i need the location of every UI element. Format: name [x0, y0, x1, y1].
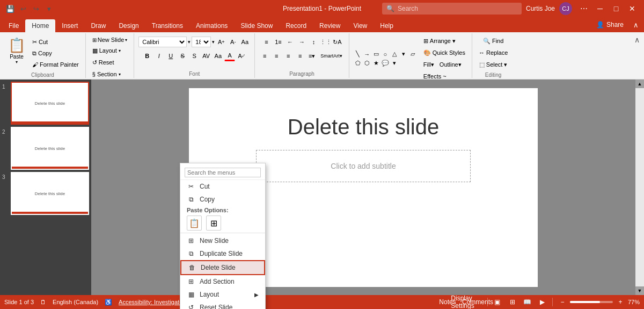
ctx-layout[interactable]: ▦ Layout ▶	[180, 288, 265, 301]
tab-review[interactable]: Review	[313, 19, 347, 32]
highlight-color-button[interactable]: A🖊	[236, 51, 247, 61]
clear-format-button[interactable]: Aa	[239, 37, 250, 47]
slide-thumb-3[interactable]: 3 Delete this slide	[2, 172, 89, 215]
arrange-button[interactable]: ⊞ Arrange▾	[421, 35, 467, 46]
strikethrough-button[interactable]: S	[177, 51, 188, 61]
bold-button[interactable]: B	[142, 51, 152, 61]
tab-home[interactable]: Home	[25, 19, 55, 32]
user-avatar[interactable]: CJ	[559, 2, 572, 15]
text-shadow-button[interactable]: S	[189, 51, 200, 61]
slide-sorter-button[interactable]: ⊞	[507, 297, 518, 307]
ctx-paste-keep-source[interactable]: 📋	[187, 215, 202, 231]
undo-button[interactable]: ↩	[17, 3, 29, 15]
zoom-in-button[interactable]: +	[615, 297, 626, 307]
align-center-button[interactable]: ≡	[271, 51, 282, 61]
char-spacing-button[interactable]: AV	[201, 51, 211, 61]
customize-button[interactable]: ▾	[43, 3, 55, 15]
shape-callout-button[interactable]: 💬	[381, 59, 390, 68]
layout-button[interactable]: ▦ Layout ▾	[90, 45, 123, 56]
shrink-font-button[interactable]: A-	[228, 37, 238, 47]
minimize-button[interactable]: ─	[592, 1, 608, 16]
align-right-button[interactable]: ≡	[283, 51, 294, 61]
ctx-cut[interactable]: ✂ Cut	[180, 180, 265, 193]
accessibility-info[interactable]: Accessibility: Investigate	[119, 299, 182, 305]
underline-button[interactable]: U	[165, 51, 176, 61]
tab-design[interactable]: Design	[112, 19, 145, 32]
paste-button[interactable]: 📋 Paste ▾	[4, 35, 29, 66]
ctx-delete-slide[interactable]: 🗑 Delete Slide	[180, 260, 265, 275]
shape-rect-button[interactable]: ▭	[372, 50, 380, 59]
context-menu-search-input[interactable]	[185, 168, 261, 177]
ctx-new-slide[interactable]: ⊞ New Slide	[180, 234, 265, 247]
align-left-button[interactable]: ≡	[259, 51, 270, 61]
copy-button[interactable]: ⧉ Copy	[30, 48, 81, 59]
share-button[interactable]: 👤 Share	[590, 18, 630, 31]
slide-thumb-1[interactable]: 1 Delete this slide	[2, 82, 89, 125]
align-text-button[interactable]: ≡▾	[306, 51, 317, 61]
change-case-button[interactable]: Aa	[213, 51, 223, 61]
slide-panel[interactable]: 1 Delete this slide 2 Delete this slide …	[0, 80, 91, 295]
slide-preview-3[interactable]: Delete this slide	[11, 172, 89, 215]
zoom-level[interactable]: 77%	[628, 299, 640, 305]
tab-file[interactable]: File	[2, 19, 25, 32]
section-button[interactable]: § Section ▾	[90, 69, 123, 80]
redo-button[interactable]: ↪	[30, 3, 42, 15]
ctx-add-section[interactable]: ⊞ Add Section	[180, 275, 265, 288]
close-button[interactable]: ✕	[625, 1, 640, 16]
collapse-ribbon-button[interactable]: ∧	[630, 19, 642, 31]
format-painter-button[interactable]: 🖌 Format Painter	[30, 59, 81, 70]
select-button[interactable]: ⬚ Select ▾	[477, 59, 510, 70]
slide-preview-1[interactable]: Delete this slide	[11, 82, 89, 125]
shape-tri-button[interactable]: △	[390, 50, 399, 59]
shape-pentagon-button[interactable]: ⬠	[354, 59, 362, 68]
ctx-reset-slide[interactable]: ↺ Reset Slide	[180, 301, 265, 309]
normal-view-button[interactable]: ▣	[492, 297, 503, 307]
tab-insert[interactable]: Insert	[55, 19, 84, 32]
scroll-down-button[interactable]: ▼	[635, 286, 644, 295]
new-slide-button[interactable]: ⊞ New Slide ▾	[90, 35, 130, 44]
ribbon-options-button[interactable]: ⋯	[576, 1, 591, 16]
decrease-indent-button[interactable]: ←	[285, 37, 296, 47]
restore-button[interactable]: □	[609, 1, 624, 16]
increase-indent-button[interactable]: →	[297, 37, 308, 47]
numbered-list-button[interactable]: 1≡	[273, 37, 284, 47]
replace-button[interactable]: ↔ Replace	[477, 47, 510, 58]
line-spacing-button[interactable]: ↕	[309, 37, 319, 47]
slide-subtitle-placeholder[interactable]: Click to add subtitle	[256, 150, 471, 182]
font-family-select[interactable]: Calibri	[138, 37, 187, 47]
reset-button[interactable]: ↺ Reset	[90, 57, 116, 68]
shape-star-button[interactable]: ★	[372, 59, 380, 68]
zoom-out-button[interactable]: −	[557, 297, 568, 307]
shape-more-button[interactable]: ▾	[399, 50, 408, 59]
scroll-thumb[interactable]	[635, 88, 644, 286]
shape-fill-button[interactable]: Fill▾	[421, 59, 436, 70]
ctx-duplicate-slide[interactable]: ⧉ Duplicate Slide	[180, 247, 265, 260]
justify-button[interactable]: ≡	[295, 51, 305, 61]
grow-font-button[interactable]: A+	[216, 37, 226, 47]
ctx-copy[interactable]: ⧉ Copy	[180, 193, 265, 206]
shape-outline-button[interactable]: Outline▾	[437, 59, 464, 70]
comments-button[interactable]: Comments	[472, 297, 483, 307]
tab-draw[interactable]: Draw	[84, 19, 112, 32]
tab-transitions[interactable]: Transitions	[145, 19, 189, 32]
shape-parallelogram-button[interactable]: ▱	[408, 50, 417, 59]
tab-view[interactable]: View	[347, 19, 374, 32]
convert-smartart-button[interactable]: SmartArt▾	[318, 51, 345, 61]
save-button[interactable]: 💾	[4, 3, 16, 15]
shape-expand-button[interactable]: ▾	[390, 59, 399, 68]
bullet-list-button[interactable]: ≡	[261, 37, 272, 47]
search-input[interactable]	[398, 5, 505, 12]
tab-animations[interactable]: Animations	[189, 19, 234, 32]
columns-button[interactable]: ⋮⋮	[320, 37, 331, 47]
shape-arrow-button[interactable]: →	[363, 50, 371, 59]
quick-styles-button[interactable]: 🎨 Quick Styles	[421, 47, 467, 58]
slideshow-view-button[interactable]: ▶	[537, 297, 548, 307]
font-size-select[interactable]: 18	[192, 37, 211, 47]
collapse-ribbon-arrow[interactable]: ∧	[634, 35, 640, 44]
vertical-scrollbar[interactable]: ▲ ▼	[635, 80, 644, 295]
slide-thumb-2[interactable]: 2 Delete this slide	[2, 127, 89, 170]
shape-hex-button[interactable]: ⬡	[363, 59, 371, 68]
zoom-slider[interactable]	[570, 301, 613, 303]
tab-help[interactable]: Help	[374, 19, 400, 32]
cut-button[interactable]: ✂ Cut	[30, 37, 81, 47]
